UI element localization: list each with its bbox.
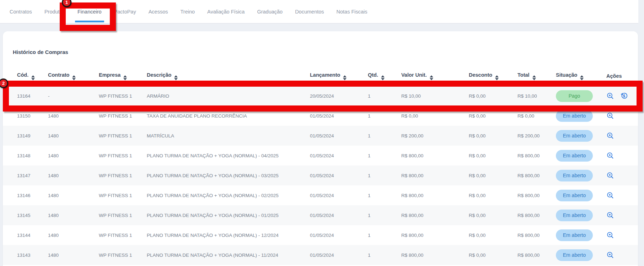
cell-descricao: PLANO TURMA DE NATAÇÃO + YOGA (NORMAL) -… xyxy=(147,185,310,205)
cell-total: R$ 10,00 xyxy=(517,86,556,106)
column-header-label: Qtd. xyxy=(368,72,378,78)
cell-empresa: WP FITNESS 1 xyxy=(99,126,147,146)
cell-empresa: WP FITNESS 1 xyxy=(99,185,147,205)
cell-qtd: 1 xyxy=(368,245,401,265)
cell-lancamento: 01/05/2024 xyxy=(310,126,368,146)
tab-pactopay[interactable]: PactoPay xyxy=(114,0,136,23)
cell-empresa: WP FITNESS 1 xyxy=(99,225,147,245)
column-header-label: Lançamento xyxy=(310,72,340,78)
status-badge: Em aberto xyxy=(556,190,593,201)
cell-lancamento: 01/05/2024 xyxy=(310,146,368,165)
column-header-label: Ações xyxy=(606,73,622,79)
tab-graduação[interactable]: Graduação xyxy=(257,0,283,23)
table-row: 131471480WP FITNESS 1PLANO TURMA DE NATA… xyxy=(3,165,638,185)
sort-icon xyxy=(31,75,35,80)
table-row: 131491480WP FITNESS 1MATRÍCULA01/05/2024… xyxy=(3,126,638,146)
cell-lancamento: 01/05/2024 xyxy=(310,205,368,225)
zoom-in-icon[interactable] xyxy=(606,112,614,120)
tab-avaliação-física[interactable]: Avaliação Física xyxy=(207,0,245,23)
svg-text:$: $ xyxy=(623,94,625,98)
status-badge: Em aberto xyxy=(556,150,593,162)
cell-cod: 13164 xyxy=(3,86,48,106)
cell-descricao: TAXA DE ANUIDADE PLANO RECORRÊNCIA xyxy=(147,106,310,126)
cell-desconto: R$ 0,00 xyxy=(469,106,517,126)
cell-total: R$ 200,00 xyxy=(517,126,556,146)
column-header-descricao[interactable]: Descrição xyxy=(147,66,310,86)
sort-icon xyxy=(580,75,584,80)
sort-icon xyxy=(381,75,385,80)
cell-empresa: WP FITNESS 1 xyxy=(99,86,147,106)
zoom-in-icon[interactable] xyxy=(606,211,614,219)
cell-lancamento: 20/05/2024 xyxy=(310,86,368,106)
column-header-desconto[interactable]: Desconto xyxy=(469,66,517,86)
tab-acessos[interactable]: Acessos xyxy=(149,0,168,23)
cell-valor_unit: R$ 200,00 xyxy=(401,126,469,146)
cell-qtd: 1 xyxy=(368,165,401,185)
cell-valor_unit: R$ 0,00 xyxy=(401,106,469,126)
zoom-in-icon[interactable] xyxy=(606,152,614,159)
column-header-qtd[interactable]: Qtd. xyxy=(368,66,401,86)
cell-empresa: WP FITNESS 1 xyxy=(99,106,147,126)
cell-valor_unit: R$ 10,00 xyxy=(401,86,469,106)
table-header-row: Cód.ContratoEmpresaDescriçãoLançamentoQt… xyxy=(3,66,638,86)
cell-desconto: R$ 0,00 xyxy=(469,185,517,205)
cell-situacao: Em aberto xyxy=(556,245,606,265)
status-badge: Em aberto xyxy=(556,229,593,241)
tab-notas-fiscais[interactable]: Notas Fiscais xyxy=(337,0,367,23)
status-badge: Pago xyxy=(556,90,593,102)
cell-situacao: Em aberto xyxy=(556,205,606,225)
column-header-contrato[interactable]: Contrato xyxy=(48,66,99,86)
column-header-acoes: Ações xyxy=(606,66,638,86)
cell-valor_unit: R$ 800,00 xyxy=(401,245,469,265)
sort-icon xyxy=(123,75,127,80)
tab-label: Graduação xyxy=(257,9,283,15)
cell-descricao: PLANO TURMA DE NATAÇÃO + YOGA (NORMAL) -… xyxy=(147,205,310,225)
cell-cod: 13150 xyxy=(3,106,48,126)
column-header-valor_unit[interactable]: Valor Unit. xyxy=(401,66,469,86)
zoom-in-icon[interactable] xyxy=(606,92,614,100)
column-header-lancamento[interactable]: Lançamento xyxy=(310,66,368,86)
cell-acoes xyxy=(606,126,638,146)
tab-financeiro[interactable]: Financeiro xyxy=(77,0,102,23)
zoom-in-icon[interactable] xyxy=(606,231,614,239)
tab-label: Notas Fiscais xyxy=(337,9,367,15)
zoom-in-icon[interactable] xyxy=(606,132,614,140)
zoom-in-icon[interactable] xyxy=(606,191,614,199)
tab-documentos[interactable]: Documentos xyxy=(295,0,324,23)
cell-empresa: WP FITNESS 1 xyxy=(99,146,147,165)
cell-valor_unit: R$ 800,00 xyxy=(401,165,469,185)
cell-descricao: PLANO TURMA DE NATAÇÃO + YOGA (NORMAL) -… xyxy=(147,225,310,245)
cell-acoes xyxy=(606,106,638,126)
column-header-total[interactable]: Total xyxy=(517,66,556,86)
table-row: 131451480WP FITNESS 1PLANO TURMA DE NATA… xyxy=(3,205,638,225)
tab-contratos[interactable]: Contratos xyxy=(10,0,32,23)
cell-qtd: 1 xyxy=(368,185,401,205)
cell-total: R$ 800,00 xyxy=(517,245,556,265)
zoom-in-icon[interactable] xyxy=(606,172,614,179)
table-row: 131441480WP FITNESS 1PLANO TURMA DE NATA… xyxy=(3,225,638,245)
column-header-empresa[interactable]: Empresa xyxy=(99,66,147,86)
status-badge: Em aberto xyxy=(556,170,593,181)
column-header-label: Contrato xyxy=(48,72,69,78)
status-badge: Em aberto xyxy=(556,130,593,142)
zoom-in-icon[interactable] xyxy=(606,251,614,259)
cell-qtd: 1 xyxy=(368,126,401,146)
cell-acoes xyxy=(606,245,638,265)
cell-contrato: 1480 xyxy=(48,146,99,165)
cell-situacao: Em aberto xyxy=(556,106,606,126)
tab-bar: ContratosProdutosFinanceiroPactoPayAcess… xyxy=(0,0,638,23)
cell-qtd: 1 xyxy=(368,86,401,106)
cell-qtd: 1 xyxy=(368,106,401,126)
cell-acoes xyxy=(606,185,638,205)
cell-situacao: Em aberto xyxy=(556,185,606,205)
column-header-situacao[interactable]: Situação xyxy=(556,66,606,86)
cell-qtd: 1 xyxy=(368,225,401,245)
cell-cod: 13146 xyxy=(3,185,48,205)
cell-cod: 13144 xyxy=(3,225,48,245)
cell-cod: 13147 xyxy=(3,165,48,185)
column-header-cod[interactable]: Cód. xyxy=(3,66,48,86)
table-row: 131431480WP FITNESS 1PLANO TURMA DE NATA… xyxy=(3,245,638,265)
tab-treino[interactable]: Treino xyxy=(181,0,195,23)
cell-total: R$ 800,00 xyxy=(517,146,556,165)
refund-dollar-icon[interactable]: $ xyxy=(620,92,628,100)
